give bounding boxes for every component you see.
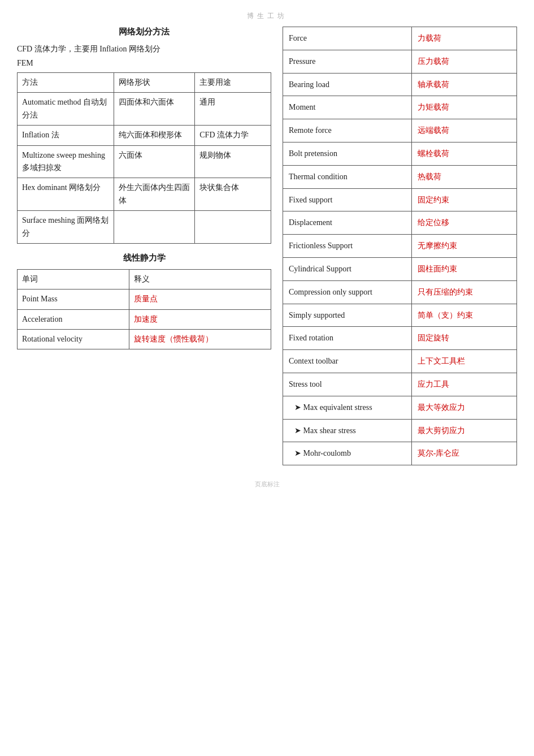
fem-label: FEM xyxy=(17,59,271,68)
table-row: Remote force 远端载荷 xyxy=(283,119,517,142)
table-cell-term: Displacement xyxy=(283,211,412,235)
table-cell-meaning: 上下文工具栏 xyxy=(411,350,516,373)
page-container: 网络划分方法 CFD 流体力学，主要用 Inflation 网络划分 FEM 方… xyxy=(17,27,517,474)
table-cell-method: Surface meshing 面网络划分 xyxy=(18,211,114,244)
table-cell-meaning: 最大等效应力 xyxy=(411,396,516,419)
table-cell-meaning: 固定约束 xyxy=(411,188,516,211)
table-row: Automatic method 自动划分法 四面体和六面体 通用 xyxy=(18,93,271,126)
table-cell-meaning: 莫尔-库仑应 xyxy=(411,442,516,465)
table-row: ➤ Max equivalent stress 最大等效应力 xyxy=(283,396,517,419)
table-row: Fixed rotation 固定旋转 xyxy=(283,327,517,350)
table-cell-meaning: 质量点 xyxy=(129,290,271,309)
table-cell-term: Fixed support xyxy=(283,188,412,211)
table-cell-term: Cylindrical Support xyxy=(283,257,412,280)
table-cell-meaning: 给定位移 xyxy=(411,211,516,235)
table-cell-meaning: 旋转速度（惯性载荷） xyxy=(129,330,271,349)
table-cell-usage: CFD 流体力学 xyxy=(195,126,271,145)
table-cell-meaning: 远端载荷 xyxy=(411,119,516,142)
table-cell-term: Remote force xyxy=(283,119,412,142)
table-cell-meaning: 最大剪切应力 xyxy=(411,419,516,442)
table-row: Fixed support 固定约束 xyxy=(283,188,517,211)
table-cell-usage: 规则物体 xyxy=(195,145,271,178)
table-cell-meaning: 加速度 xyxy=(129,309,271,329)
table-row: Context toolbar 上下文工具栏 xyxy=(283,350,517,373)
table-cell-word: Point Mass xyxy=(18,290,129,309)
section-title-mesh: 网络划分方法 xyxy=(17,27,271,37)
table-row: Thermal condition 热载荷 xyxy=(283,165,517,188)
table-row: Compression only support 只有压缩的约束 xyxy=(283,280,517,304)
linear-col-meaning: 释义 xyxy=(129,269,271,289)
table-row: Surface meshing 面网络划分 xyxy=(18,211,271,244)
table-cell-shape: 纯六面体和楔形体 xyxy=(114,126,195,145)
table-cell-meaning: 固定旋转 xyxy=(411,327,516,350)
intro-text: CFD 流体力学，主要用 Inflation 网络划分 xyxy=(17,44,271,54)
table-cell-term: Bolt pretension xyxy=(283,142,412,165)
table-cell-meaning: 圆柱面约束 xyxy=(411,257,516,280)
linear-col-word: 单词 xyxy=(18,269,129,289)
table-cell-shape: 六面体 xyxy=(114,145,195,178)
table-row: Acceleration 加速度 xyxy=(18,309,271,329)
table-cell-meaning: 无摩擦约束 xyxy=(411,235,516,258)
table-row: Stress tool 应力工具 xyxy=(283,373,517,396)
top-bar: 博生工坊 xyxy=(17,11,517,21)
table-cell-method: Automatic method 自动划分法 xyxy=(18,93,114,126)
table-cell-meaning: 热载荷 xyxy=(411,165,516,188)
table-cell-usage: 通用 xyxy=(195,93,271,126)
table-cell-usage: 块状集合体 xyxy=(195,178,271,211)
table-cell-term: ➤ Max shear stress xyxy=(283,419,412,442)
table-cell-method: Multizone sweep meshing 多域扫掠发 xyxy=(18,145,114,178)
table-cell-term: Compression only support xyxy=(283,280,412,304)
linear-statics-title: 线性静力学 xyxy=(17,253,271,263)
table-row: Rotational velocity 旋转速度（惯性载荷） xyxy=(18,330,271,349)
table-cell-term: Simply supported xyxy=(283,304,412,327)
fem-col-shape: 网络形状 xyxy=(114,73,195,93)
table-cell-meaning: 螺栓载荷 xyxy=(411,142,516,165)
bottom-label: 页底标注 xyxy=(17,480,517,489)
table-row: Pressure 压力载荷 xyxy=(283,50,517,73)
table-cell-term: ➤ Mohr-coulomb xyxy=(283,442,412,465)
table-cell-term: Context toolbar xyxy=(283,350,412,373)
table-row: Inflation 法 纯六面体和楔形体 CFD 流体力学 xyxy=(18,126,271,145)
table-row: Bolt pretension 螺栓载荷 xyxy=(283,142,517,165)
table-cell-term: Pressure xyxy=(283,50,412,73)
table-cell-term: Frictionless Support xyxy=(283,235,412,258)
table-row: Cylindrical Support 圆柱面约束 xyxy=(283,257,517,280)
table-cell-shape xyxy=(114,211,195,244)
table-row: Hex dominant 网络划分 外生六面体内生四面体 块状集合体 xyxy=(18,178,271,211)
table-cell-term: Bearing load xyxy=(283,73,412,96)
table-cell-term: Moment xyxy=(283,96,412,119)
table-cell-meaning: 压力载荷 xyxy=(411,50,516,73)
fem-table: 方法 网络形状 主要用途 Automatic method 自动划分法 四面体和… xyxy=(17,72,271,244)
table-row: Bearing load 轴承载荷 xyxy=(283,73,517,96)
table-cell-word: Acceleration xyxy=(18,309,129,329)
table-cell-term: Fixed rotation xyxy=(283,327,412,350)
table-cell-term: Force xyxy=(283,27,412,50)
right-column: Force 力载荷 Pressure 压力载荷 Bearing load 轴承载… xyxy=(283,27,517,474)
table-row: ➤ Mohr-coulomb 莫尔-库仑应 xyxy=(283,442,517,465)
table-cell-shape: 外生六面体内生四面体 xyxy=(114,178,195,211)
table-row: Moment 力矩载荷 xyxy=(283,96,517,119)
table-row: ➤ Max shear stress 最大剪切应力 xyxy=(283,419,517,442)
table-cell-meaning: 只有压缩的约束 xyxy=(411,280,516,304)
fem-col-method: 方法 xyxy=(18,73,114,93)
table-row: Multizone sweep meshing 多域扫掠发 六面体 规则物体 xyxy=(18,145,271,178)
fem-col-usage: 主要用途 xyxy=(195,73,271,93)
right-table: Force 力载荷 Pressure 压力载荷 Bearing load 轴承载… xyxy=(283,27,517,465)
table-cell-usage xyxy=(195,211,271,244)
table-cell-shape: 四面体和六面体 xyxy=(114,93,195,126)
table-cell-meaning: 力矩载荷 xyxy=(411,96,516,119)
table-row: Force 力载荷 xyxy=(283,27,517,50)
table-cell-term: Thermal condition xyxy=(283,165,412,188)
table-cell-method: Inflation 法 xyxy=(18,126,114,145)
table-row: Frictionless Support 无摩擦约束 xyxy=(283,235,517,258)
linear-table: 单词 释义 Point Mass 质量点 Acceleration 加速度 Ro… xyxy=(17,269,271,350)
table-cell-meaning: 力载荷 xyxy=(411,27,516,50)
table-row: Displacement 给定位移 xyxy=(283,211,517,235)
table-cell-method: Hex dominant 网络划分 xyxy=(18,178,114,211)
table-cell-meaning: 应力工具 xyxy=(411,373,516,396)
table-row: Simply supported 简单（支）约束 xyxy=(283,304,517,327)
table-cell-term: ➤ Max equivalent stress xyxy=(283,396,412,419)
left-column: 网络划分方法 CFD 流体力学，主要用 Inflation 网络划分 FEM 方… xyxy=(17,27,271,474)
table-cell-meaning: 简单（支）约束 xyxy=(411,304,516,327)
table-row: Point Mass 质量点 xyxy=(18,290,271,309)
